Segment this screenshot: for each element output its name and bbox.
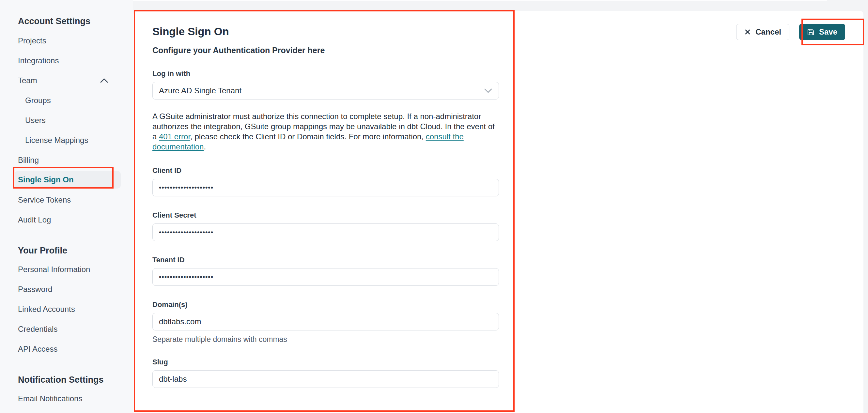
sidebar-item-label: Integrations — [18, 56, 59, 65]
sidebar-section-account-settings: Account Settings — [0, 16, 133, 26]
slug-label: Slug — [152, 357, 499, 367]
cancel-button[interactable]: Cancel — [736, 24, 789, 40]
sidebar-item-label: Billing — [18, 156, 39, 165]
sidebar-section-notification-settings: Notification Settings — [0, 375, 133, 385]
client-id-label: Client ID — [152, 166, 499, 175]
auth-provider-select[interactable]: Azure AD Single Tenant — [152, 82, 499, 99]
sidebar-item-credentials[interactable]: Credentials — [0, 319, 133, 339]
sidebar-item-label: Credentials — [18, 325, 57, 334]
page-title: Single Sign On — [152, 26, 499, 38]
save-button[interactable]: Save — [799, 24, 845, 40]
sidebar-item-label: Users — [25, 116, 46, 125]
sidebar-item-personal-information[interactable]: Personal Information — [0, 259, 133, 279]
sidebar-item-api-access[interactable]: API Access — [0, 339, 133, 359]
sidebar-item-label: Groups — [25, 96, 51, 105]
sidebar-item-projects[interactable]: Projects — [0, 31, 133, 51]
tenant-id-label: Tenant ID — [152, 255, 499, 264]
sidebar-item-email-notifications[interactable]: Email Notifications — [0, 388, 133, 408]
domains-input[interactable] — [152, 313, 499, 330]
auth-provider-selected-value: Azure AD Single Tenant — [159, 86, 242, 95]
sidebar-item-groups[interactable]: Groups — [0, 90, 133, 110]
sidebar-item-team[interactable]: Team — [0, 70, 133, 90]
floppy-disk-icon — [807, 28, 814, 36]
gsuite-admin-notice: A GSuite administrator must authorize th… — [152, 111, 499, 152]
client-secret-label: Client Secret — [152, 211, 499, 220]
sidebar-item-label: Personal Information — [18, 265, 90, 274]
chevron-up-icon — [100, 78, 108, 83]
sidebar-item-users[interactable]: Users — [0, 110, 133, 130]
sidebar-item-label: Team — [18, 76, 37, 85]
domains-label: Domain(s) — [152, 300, 499, 309]
sidebar-item-integrations[interactable]: Integrations — [0, 51, 133, 70]
slug-input[interactable] — [152, 370, 499, 388]
log-in-with-label: Log in with — [152, 69, 499, 78]
page-subtitle: Configure your Authentication Provider h… — [152, 45, 499, 55]
single-sign-on-panel: Single Sign On Configure your Authentica… — [133, 11, 863, 413]
sidebar-item-audit-log[interactable]: Audit Log — [0, 210, 133, 230]
chevron-down-icon — [484, 88, 492, 93]
sidebar-item-linked-accounts[interactable]: Linked Accounts — [0, 299, 133, 319]
sidebar-item-label: Service Tokens — [18, 195, 71, 204]
sidebar-item-label: API Access — [18, 345, 57, 354]
client-secret-input[interactable] — [152, 223, 499, 241]
x-icon — [744, 29, 751, 35]
sidebar-item-label: Single Sign On — [18, 175, 74, 184]
cancel-button-label: Cancel — [755, 27, 781, 36]
settings-sidebar: Account Settings Projects Integrations T… — [0, 0, 133, 413]
401-error-link[interactable]: 401 error — [159, 132, 190, 141]
sidebar-section-your-profile: Your Profile — [0, 246, 133, 255]
sidebar-item-label: Email Notifications — [18, 394, 82, 403]
top-bar-edge — [133, 0, 827, 1]
sidebar-item-label: Audit Log — [18, 215, 51, 224]
domains-helper-text: Separate multiple domains with commas — [152, 335, 499, 344]
sidebar-item-password[interactable]: Password — [0, 279, 133, 299]
sidebar-item-label: Projects — [18, 36, 46, 45]
notice-text: . — [204, 142, 206, 151]
account-settings-page: Account Settings Projects Integrations T… — [0, 0, 868, 413]
sidebar-item-label: License Mappings — [25, 136, 88, 145]
client-id-input[interactable] — [152, 179, 499, 196]
sidebar-item-license-mappings[interactable]: License Mappings — [0, 130, 133, 150]
tenant-id-input[interactable] — [152, 268, 499, 286]
sidebar-item-billing[interactable]: Billing — [0, 150, 133, 170]
save-button-label: Save — [819, 27, 837, 36]
sidebar-item-service-tokens[interactable]: Service Tokens — [0, 190, 133, 210]
sidebar-item-label: Linked Accounts — [18, 305, 75, 314]
form-actions: Cancel Save — [736, 24, 845, 40]
notice-text: , please check the Client ID or Domain f… — [190, 132, 426, 141]
sidebar-item-single-sign-on[interactable]: Single Sign On — [15, 171, 121, 189]
sidebar-item-label: Password — [18, 285, 52, 294]
